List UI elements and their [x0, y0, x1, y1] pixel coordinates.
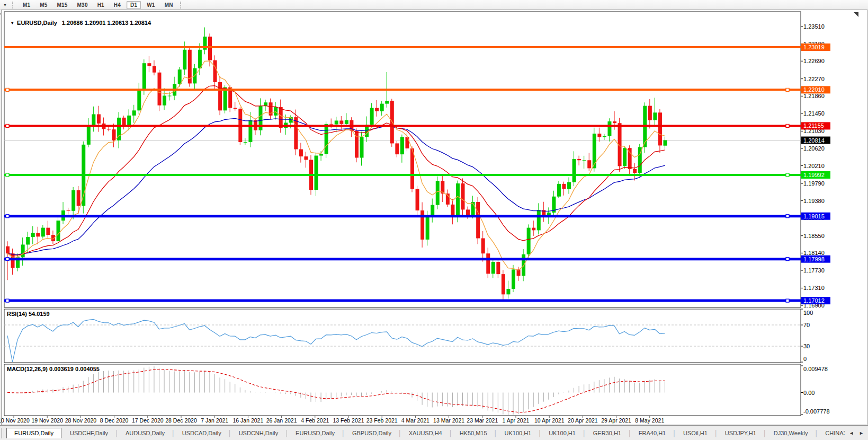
- toolbar-grip: [12, 2, 16, 8]
- tab-divider: │: [672, 430, 677, 436]
- tabs-scroll-left-icon[interactable]: ◄: [849, 430, 854, 436]
- toolbar-grip: [180, 2, 184, 8]
- symbol-tab-eurusd-daily[interactable]: EURUSD,Daily: [289, 428, 341, 438]
- price-tick-label: 1.21860: [803, 93, 825, 99]
- timeframe-button-m30[interactable]: M30: [74, 1, 92, 9]
- symbol-tab-usdchf-daily[interactable]: USDCHF,Daily: [64, 428, 114, 438]
- line-handle[interactable]: [786, 124, 789, 127]
- price-tag-label: 1.19992: [803, 172, 825, 178]
- date-tick-label: 1 Apr 2021: [503, 417, 530, 424]
- timeframe-button-m1[interactable]: M1: [19, 1, 34, 9]
- tab-divider: │: [494, 430, 498, 436]
- price-tag-label: 1.21155: [803, 122, 824, 129]
- symbol-tab-fra40-h1[interactable]: FRA40,H1: [632, 428, 672, 438]
- price-axis: 1.235101.231001.226901.222701.218601.214…: [801, 23, 825, 309]
- symbol-tab-uk100-h1[interactable]: UK100,H1: [498, 428, 538, 438]
- line-handle[interactable]: [6, 299, 9, 302]
- top-toolbar: ▼ M1M5M15M30H1H4D1W1MN: [0, 0, 868, 10]
- rsi-tick-label: 0: [803, 356, 807, 362]
- rsi-tick-label: 30: [803, 343, 810, 349]
- date-axis: 10 Nov 202019 Nov 202028 Nov 20208 Dec 2…: [0, 416, 664, 424]
- timeframe-button-d1[interactable]: D1: [127, 1, 141, 9]
- timeframe-button-w1[interactable]: W1: [143, 1, 158, 9]
- timeframe-button-mn[interactable]: MN: [161, 1, 177, 9]
- price-tick-label: 1.19380: [803, 198, 825, 204]
- tab-divider: │: [449, 430, 453, 436]
- symbol-tab-eurusd-daily[interactable]: EURUSD,Daily: [6, 428, 61, 438]
- timeframe-button-m5[interactable]: M5: [36, 1, 51, 9]
- line-handle[interactable]: [6, 124, 9, 127]
- rsi-line: [7, 319, 665, 362]
- tab-divider: │: [538, 430, 542, 436]
- pane-border: [4, 12, 801, 307]
- symbol-tab-hk50-m15[interactable]: HK50,M15: [453, 428, 494, 438]
- price-tick-label: 1.17730: [803, 267, 825, 274]
- symbol-tab-audusd-daily[interactable]: AUDUSD,Daily: [119, 428, 171, 438]
- symbol-tab-ger30-h1[interactable]: GER30,H1: [587, 428, 628, 438]
- price-chart[interactable]: 1.235101.231001.226901.222701.218601.214…: [0, 10, 868, 425]
- line-handle[interactable]: [786, 88, 789, 91]
- symbol-tab-uk100-h1[interactable]: UK100,H1: [542, 428, 582, 438]
- macd-histogram: [7, 366, 665, 415]
- macd-signal-line: [7, 369, 665, 412]
- line-handle[interactable]: [6, 215, 9, 218]
- chevron-down-icon: ▼: [3, 3, 7, 7]
- tab-divider: │: [628, 430, 632, 436]
- symbol-tab-usdjpy-h1[interactable]: USDJPY,H1: [719, 428, 763, 438]
- rsi-label: RSI(14) 54.0159: [7, 311, 50, 317]
- line-handle[interactable]: [786, 173, 789, 177]
- tabs-scroll-right-icon[interactable]: ►: [859, 430, 864, 436]
- tab-divider: │: [582, 430, 587, 436]
- chart-dropdown-icon[interactable]: ▼: [10, 21, 14, 25]
- date-tick-label: 28 Dec 2020: [165, 417, 197, 424]
- date-tick-label: 17 Dec 2020: [132, 417, 164, 424]
- symbol-tab-bar: EURUSD,DailyUSDCHF,Daily│AUDUSD,Daily│US…: [0, 425, 868, 440]
- chart-title: ▼EURUSD,Daily1.20686 1.20901 1.20613 1.2…: [7, 13, 151, 26]
- date-tick-label: 10 Apr 2021: [534, 417, 565, 424]
- line-handle[interactable]: [786, 215, 789, 218]
- timeframe-button-m15[interactable]: M15: [53, 1, 71, 9]
- line-handle[interactable]: [786, 299, 789, 302]
- macd-tick-label: 0.00: [803, 390, 815, 396]
- ma-medium-line: [7, 86, 665, 256]
- price-tag-label: 1.17012: [803, 297, 825, 304]
- timeframe-button-h1[interactable]: H1: [94, 1, 108, 9]
- line-handle[interactable]: [6, 88, 9, 91]
- price-tick-label: 1.20210: [803, 163, 825, 169]
- date-tick-label: 4 Feb 2021: [301, 417, 329, 424]
- macd-tick-label: 0.009478: [803, 366, 828, 372]
- symbol-tab-gbpusd-daily[interactable]: GBPUSD,Daily: [346, 428, 398, 438]
- line-handle[interactable]: [786, 258, 789, 261]
- price-tick-label: 1.18140: [803, 250, 825, 256]
- tab-divider: │: [114, 430, 119, 436]
- date-tick-label: 20 Apr 2021: [568, 417, 598, 424]
- line-handle[interactable]: [6, 173, 9, 177]
- symbol-tab-usoil-h1[interactable]: USOil,H1: [677, 428, 714, 438]
- chart-symbol-label: EURUSD,Daily: [17, 20, 57, 26]
- symbol-tab-usdcad-daily[interactable]: USDCAD,Daily: [176, 428, 228, 438]
- price-tick-label: 1.22270: [803, 76, 825, 82]
- tab-divider: │: [341, 430, 346, 436]
- tab-divider: │: [284, 430, 289, 436]
- date-tick-label: 7 Jan 2021: [201, 417, 228, 424]
- price-tag-label: 1.22010: [803, 86, 825, 93]
- tab-divider: │: [228, 430, 232, 436]
- chart-tool-button[interactable]: ▼: [0, 1, 10, 9]
- price-tag-label: 1.23019: [803, 44, 825, 50]
- tab-divider: │: [763, 430, 767, 436]
- tab-divider: │: [814, 430, 819, 436]
- symbol-tab-dj30-weekly[interactable]: DJ30,Weekly: [767, 428, 815, 438]
- scale-marker-icon[interactable]: [854, 12, 858, 17]
- symbol-tab-usdcnh-daily[interactable]: USDCNH,Daily: [232, 428, 285, 438]
- timeframe-button-h4[interactable]: H4: [110, 1, 124, 9]
- date-tick-label: 23 Mar 2021: [467, 417, 498, 424]
- price-tag-label: 1.20814: [803, 137, 825, 144]
- chart-ohlc-values: 1.20686 1.20901 1.20613 1.20814: [62, 20, 151, 26]
- price-tick-label: 1.21450: [803, 110, 825, 117]
- price-tick-label: 1.19790: [803, 180, 825, 187]
- line-handle[interactable]: [6, 258, 9, 261]
- date-tick-label: 29 Apr 2021: [601, 417, 631, 424]
- symbol-tab-xauusd-h4[interactable]: XAUUSD,H4: [402, 428, 449, 438]
- symbol-tab-china300-h1[interactable]: CHINA300,H1: [819, 428, 845, 438]
- date-tick-label: 8 May 2021: [635, 417, 664, 424]
